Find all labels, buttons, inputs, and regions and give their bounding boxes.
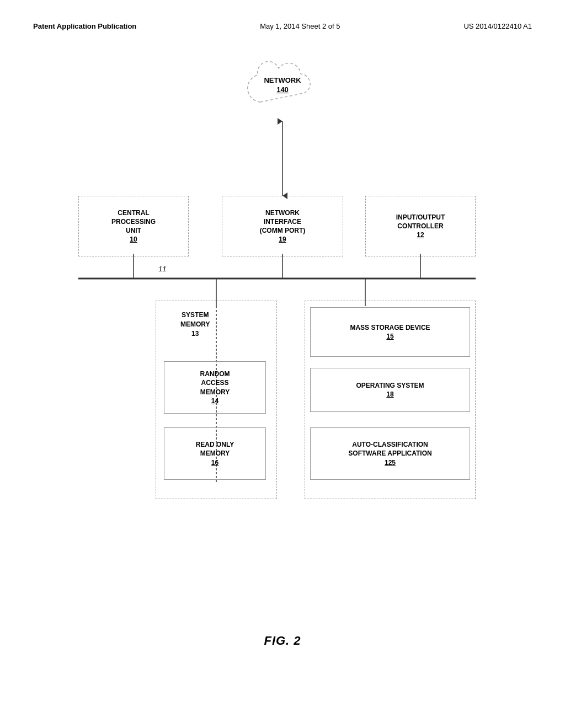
io-controller-box: INPUT/OUTPUT CONTROLLER 12 [365, 196, 476, 256]
page: Patent Application Publication May 1, 20… [0, 0, 565, 728]
cpu-box: CENTRAL PROCESSING UNIT 10 [78, 196, 189, 256]
rom-box: READ ONLY MEMORY 16 [164, 427, 266, 480]
network-cloud: NETWORK 140 [227, 52, 338, 119]
header-right: US 2014/0122410 A1 [463, 22, 532, 30]
header: Patent Application Publication May 1, 20… [33, 22, 532, 30]
fig-caption: FIG. 2 [264, 634, 301, 648]
mass-storage-box: MASS STORAGE DEVICE 15 [310, 307, 470, 357]
bus-label: 11 [158, 265, 166, 273]
operating-system-box: OPERATING SYSTEM 18 [310, 368, 470, 412]
network-interface-box: NETWORK INTERFACE (COMM PORT) 19 [222, 196, 343, 256]
ram-box: RANDOM ACCESS MEMORY 14 [164, 361, 266, 414]
cloud-shape: NETWORK 140 [227, 52, 338, 119]
diagram: NETWORK 140 CENTRAL PROCESSING UNIT 10 N… [45, 47, 520, 654]
network-label: NETWORK 140 [264, 76, 301, 95]
header-center: May 1, 2014 Sheet 2 of 5 [260, 22, 340, 30]
header-left: Patent Application Publication [33, 22, 136, 30]
system-memory-label: SYSTEM MEMORY 13 [180, 311, 210, 338]
auto-classification-box: AUTO-CLASSIFICATION SOFTWARE APPLICATION… [310, 427, 470, 480]
